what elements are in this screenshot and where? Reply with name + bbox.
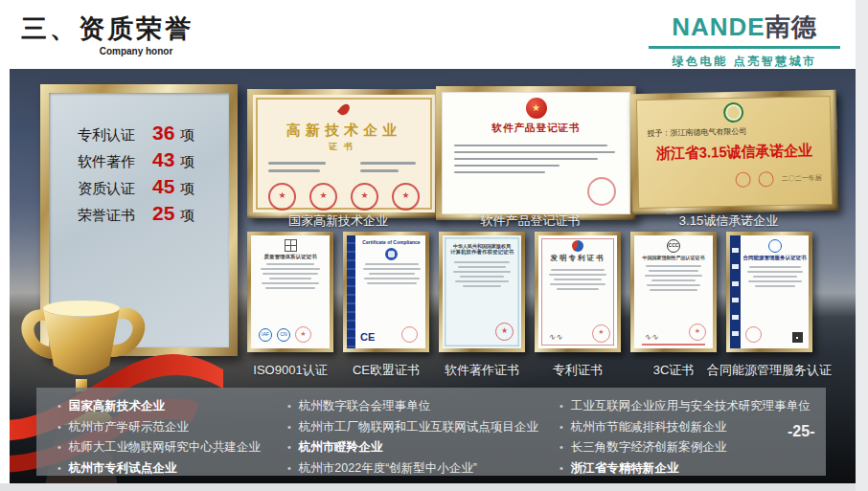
logo-text-en: NANDE: [672, 12, 765, 41]
certificate-card-iso9001: 质量管理体系认证证书 IAFCN★: [247, 232, 333, 352]
honor-item: •工业互联网企业应用与安全技术研究理事单位: [560, 396, 811, 417]
certificate-award-line: 授予：浙江南德电气有限公司: [647, 124, 820, 139]
certificate-column: 发明专利证书 ∿∿ ★ 专利证书: [535, 232, 621, 379]
bullet-icon: •: [57, 417, 61, 438]
certificate-column: Certificate of Compliance CE CE欧盟证书: [343, 232, 429, 379]
stat-unit: 项: [180, 153, 194, 171]
honors-panel: •国家高新技术企业 •杭州市产学研示范企业 •杭师大工业物联网研究中心共建企业 …: [36, 388, 826, 476]
certificate-card-software-product: ★ 软件产品登记证书: [436, 86, 636, 220]
bullet-icon: •: [57, 437, 61, 458]
national-emblem-icon: ★: [526, 98, 547, 119]
honor-item: •杭师大工业物联网研究中心共建企业: [57, 437, 261, 458]
bullet-icon: •: [287, 458, 291, 480]
stat-row: 专利认证 36 项: [78, 122, 229, 148]
logo-tagline: 绿色电能 点亮智慧城市: [649, 54, 840, 70]
green-badge-icon: [723, 102, 743, 123]
stat-label: 荣誉证书: [78, 207, 152, 225]
honor-item: •浙江省专精特新企业: [560, 458, 811, 480]
certificate-title: 软件产品登记证书: [443, 122, 629, 135]
stat-unit: 项: [180, 180, 194, 198]
certificate-caption: 合同能源管理服务认证: [707, 362, 832, 379]
red-seal: [587, 177, 616, 206]
honor-item: •杭州市2022年度“创新型中小企业”: [287, 458, 538, 480]
certificate-title: 高新技术企业: [253, 122, 435, 140]
bullet-icon: •: [57, 458, 61, 480]
honor-item: •长三角数字经济创新案例企业: [560, 437, 811, 458]
slide-stage: 三、资质荣誉 Company honor NANDE南德 绿色电能 点亮智慧城市…: [0, 0, 868, 491]
certificate-card-ce: Certificate of Compliance CE: [343, 232, 429, 352]
stat-value: 25: [152, 202, 174, 225]
flame-logo-icon: [336, 102, 351, 118]
honor-item: •杭州市节能减排科技创新企业: [560, 417, 811, 438]
certificate-title: 质量管理体系认证证书: [251, 254, 330, 260]
stat-label: 专利认证: [78, 126, 152, 145]
company-logo: NANDE南德 绿色电能 点亮智慧城市: [649, 11, 840, 70]
honor-item: •杭州市专利试点企业: [57, 458, 261, 480]
red-seal: [758, 171, 773, 187]
certificate-text-lines: [253, 153, 435, 177]
ce-side-band: [347, 235, 355, 348]
certificate-row-bottom: 质量管理体系认证证书 IAFCN★ ISO9001认证: [247, 232, 812, 379]
certificate-title: Certificate of Compliance: [357, 239, 425, 245]
certificate-caption: ISO9001认证: [253, 362, 327, 379]
red-seal: ★: [689, 324, 706, 341]
certificate-title: 浙江省3.15诚信承诺企业: [651, 141, 817, 165]
stat-label: 软件著作: [78, 153, 152, 171]
stat-value: 43: [152, 148, 174, 171]
stat-row: 软件著作 43 项: [78, 148, 229, 175]
certificate-subtitle: 证书: [253, 141, 435, 153]
page-title: 三、资质荣誉: [21, 11, 194, 46]
certificate-card-energy-management: 合同能源管理服务认证证书: [726, 232, 812, 352]
bullet-icon: •: [287, 437, 291, 458]
page-number: -25-: [788, 423, 814, 440]
logo-divider: [649, 46, 840, 49]
stat-value: 45: [152, 175, 174, 198]
red-seals: ★★★★: [253, 183, 435, 211]
slide-background-photo: 专利认证 36 项 软件著作 43 项 资质认证 45 项: [10, 69, 856, 483]
certificate-caption: 3C证书: [653, 362, 695, 379]
certificate-year: 二〇二一年届: [781, 173, 821, 184]
ccc-logo-icon: CCC: [667, 239, 680, 253]
honors-column-1: •国家高新技术企业 •杭州市产学研示范企业 •杭师大工业物联网研究中心共建企业 …: [57, 396, 261, 479]
certificate-column: 合同能源管理服务认证证书 合同能源管理服务认证: [726, 232, 812, 379]
honor-item: •杭州市产学研示范企业: [57, 417, 261, 438]
seal-icon: [745, 326, 762, 343]
certificate-card-315: 授予：浙江南德电气有限公司 浙江省3.15诚信承诺企业 二〇二一年届: [630, 90, 839, 214]
ce-mark: CE: [360, 331, 375, 343]
certificate-title: 中国国家强制性产品认证证书: [634, 255, 713, 260]
certificate-title: 计算机软件著作权登记证书: [443, 249, 521, 256]
certificate-card-patent: 发明专利证书 ∿∿ ★: [535, 232, 621, 352]
certificate-card-3c: CCC 中国国家强制性产品认证证书 ∿∿ ★: [630, 232, 717, 352]
red-footer-line: [642, 344, 705, 346]
stat-value: 36: [152, 122, 174, 145]
certificate-column: CCC 中国国家强制性产品认证证书 ∿∿ ★ 3C证书: [630, 232, 717, 379]
bullet-icon: •: [560, 417, 563, 438]
logo-wordmark: NANDE南德: [649, 11, 840, 44]
certificate-column: 质量管理体系认证证书 IAFCN★ ISO9001认证: [247, 232, 333, 379]
certificate-title: 发明专利证书: [538, 254, 617, 263]
signature: ∿∿: [644, 332, 658, 342]
bullet-icon: •: [57, 396, 61, 417]
honor-item: •杭州市工厂物联网和工业互联网试点项目企业: [287, 417, 538, 438]
certificate-card-software-copyright: 中华人民共和国国家版权局 计算机软件著作权登记证书 ★: [439, 232, 525, 352]
honors-column-2: •杭州数字联合会理事单位 •杭州市工厂物联网和工业互联网试点项目企业 •杭州市瞪…: [287, 396, 538, 479]
certificate-caption: 国家高新技术企业: [288, 212, 388, 230]
logo-text-cn: 南德: [765, 12, 817, 41]
slide: 三、资质荣誉 Company honor NANDE南德 绿色电能 点亮智慧城市…: [0, 0, 856, 483]
red-seal: [735, 172, 750, 188]
certificate-caption: 专利证书: [553, 362, 603, 379]
bullet-icon: •: [560, 437, 563, 458]
page-subtitle: Company honor: [69, 46, 203, 56]
bullet-icon: •: [560, 458, 563, 480]
bullet-icon: •: [287, 417, 291, 438]
window-edge-bottom: [0, 483, 856, 491]
certificate-caption: 软件著作证书: [445, 362, 519, 379]
certificate-text-lines: [443, 135, 629, 173]
certificate-column: 中华人民共和国国家版权局 计算机软件著作权登记证书 ★ 软件著作证书: [439, 232, 525, 379]
bullet-icon: •: [560, 396, 563, 417]
honors-column-3: •工业互联网企业应用与安全技术研究理事单位 •杭州市节能减排科技创新企业 •长三…: [560, 396, 811, 479]
certificate-title: 合同能源管理服务认证证书: [741, 255, 809, 261]
certificate-caption: 软件产品登记证书: [481, 212, 581, 230]
stat-label: 资质认证: [78, 180, 152, 198]
qr-code-icon: [792, 332, 803, 343]
